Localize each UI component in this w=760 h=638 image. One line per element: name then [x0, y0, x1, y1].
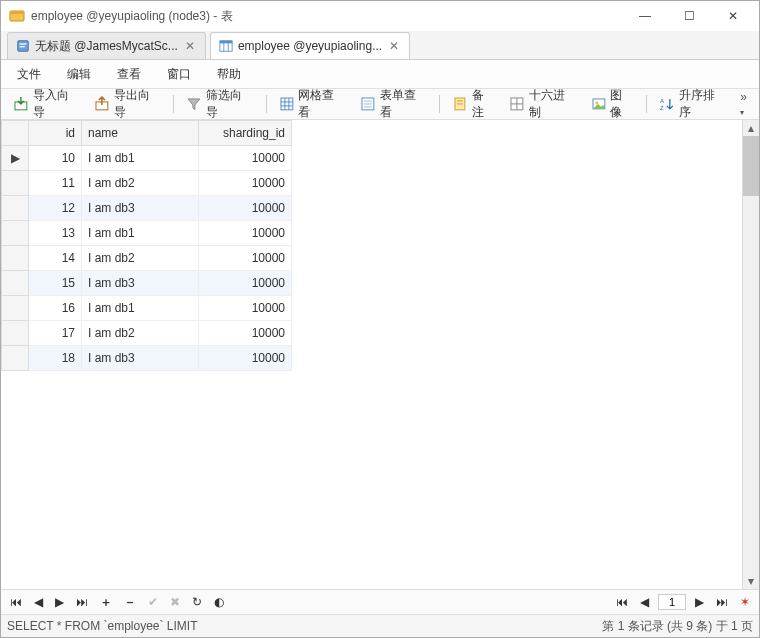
table-icon	[219, 39, 233, 53]
menu-edit[interactable]: 编辑	[57, 62, 101, 87]
tab-employee[interactable]: employee @yeyupiaoling... ✕	[210, 32, 410, 59]
stop-button[interactable]: ◐	[211, 593, 227, 611]
scroll-up-icon[interactable]: ▴	[743, 120, 759, 136]
maximize-button[interactable]: ☐	[667, 2, 711, 30]
button-label: 图像	[610, 87, 634, 121]
button-label: 表单查看	[380, 87, 427, 121]
filter-wizard-button[interactable]: 筛选向导	[180, 84, 259, 124]
minimize-button[interactable]: —	[623, 2, 667, 30]
cell-sharding-id[interactable]: 10000	[199, 221, 292, 246]
cell-id[interactable]: 11	[29, 171, 82, 196]
cell-name[interactable]: I am db2	[82, 171, 199, 196]
menu-help[interactable]: 帮助	[207, 62, 251, 87]
hex-button[interactable]: 十六进制	[503, 84, 582, 124]
settings-icon[interactable]: ✶	[737, 593, 753, 611]
export-wizard-button[interactable]: 导出向导	[88, 84, 167, 124]
row-marker[interactable]	[2, 271, 29, 296]
column-id[interactable]: id	[29, 121, 82, 146]
cell-name[interactable]: I am db1	[82, 221, 199, 246]
tab-close-icon[interactable]: ✕	[387, 39, 401, 53]
cell-sharding-id[interactable]: 10000	[199, 196, 292, 221]
first-record-button[interactable]: ⏮	[7, 593, 25, 611]
separator	[646, 95, 647, 113]
table-row[interactable]: 16I am db110000	[2, 296, 292, 321]
cell-name[interactable]: I am db3	[82, 196, 199, 221]
cell-sharding-id[interactable]: 10000	[199, 171, 292, 196]
toolbar: 导入向导 导出向导 筛选向导 网格查看 表单查看 备注 十六进制	[1, 89, 759, 120]
row-marker[interactable]	[2, 246, 29, 271]
close-button[interactable]: ✕	[711, 2, 755, 30]
tab-untitled[interactable]: 无标题 @JamesMycatSc... ✕	[7, 32, 206, 59]
tab-close-icon[interactable]: ✕	[183, 39, 197, 53]
cell-name[interactable]: I am db3	[82, 346, 199, 371]
refresh-button[interactable]: ↻	[189, 593, 205, 611]
tab-label: employee @yeyupiaoling...	[238, 39, 382, 53]
row-marker[interactable]: ▶	[2, 146, 29, 171]
cell-id[interactable]: 16	[29, 296, 82, 321]
table-row[interactable]: 17I am db210000	[2, 321, 292, 346]
cell-sharding-id[interactable]: 10000	[199, 146, 292, 171]
scroll-down-icon[interactable]: ▾	[743, 573, 759, 589]
table-row[interactable]: 11I am db210000	[2, 171, 292, 196]
table-row[interactable]: 15I am db310000	[2, 271, 292, 296]
sort-asc-button[interactable]: AZ 升序排序	[653, 84, 732, 124]
add-record-button[interactable]: ＋	[97, 592, 115, 613]
table-row[interactable]: 14I am db210000	[2, 246, 292, 271]
cell-id[interactable]: 18	[29, 346, 82, 371]
import-wizard-button[interactable]: 导入向导	[7, 84, 86, 124]
row-marker[interactable]	[2, 221, 29, 246]
first-page-button[interactable]: ⏮	[613, 593, 631, 611]
cell-id[interactable]: 14	[29, 246, 82, 271]
row-marker[interactable]	[2, 171, 29, 196]
cancel-edit-button[interactable]: ✖	[167, 593, 183, 611]
prev-record-button[interactable]: ◀	[31, 593, 46, 611]
next-record-button[interactable]: ▶	[52, 593, 67, 611]
chevron-down-icon: ▾	[740, 108, 744, 117]
next-page-button[interactable]: ▶	[692, 593, 707, 611]
image-button[interactable]: 图像	[585, 84, 640, 124]
toolbar-overflow-button[interactable]: » ▾	[734, 87, 753, 121]
memo-button[interactable]: 备注	[446, 84, 501, 124]
table-row[interactable]: 13I am db110000	[2, 221, 292, 246]
page-input[interactable]	[658, 594, 686, 610]
cell-id[interactable]: 12	[29, 196, 82, 221]
cell-id[interactable]: 10	[29, 146, 82, 171]
column-name[interactable]: name	[82, 121, 199, 146]
cell-id[interactable]: 15	[29, 271, 82, 296]
table-row[interactable]: 12I am db310000	[2, 196, 292, 221]
menu-window[interactable]: 窗口	[157, 62, 201, 87]
menu-file[interactable]: 文件	[7, 62, 51, 87]
cell-id[interactable]: 13	[29, 221, 82, 246]
column-sharding-id[interactable]: sharding_id	[199, 121, 292, 146]
table-row[interactable]: ▶10I am db110000	[2, 146, 292, 171]
last-page-button[interactable]: ⏭	[713, 593, 731, 611]
vertical-scrollbar[interactable]: ▴ ▾	[742, 120, 759, 589]
cell-sharding-id[interactable]: 10000	[199, 271, 292, 296]
data-grid[interactable]: id name sharding_id ▶10I am db11000011I …	[1, 120, 742, 589]
cell-name[interactable]: I am db1	[82, 296, 199, 321]
cell-sharding-id[interactable]: 10000	[199, 246, 292, 271]
row-marker[interactable]	[2, 346, 29, 371]
cell-id[interactable]: 17	[29, 321, 82, 346]
cell-sharding-id[interactable]: 10000	[199, 321, 292, 346]
row-header-blank[interactable]	[2, 121, 29, 146]
cell-name[interactable]: I am db2	[82, 321, 199, 346]
cell-sharding-id[interactable]: 10000	[199, 346, 292, 371]
form-view-button[interactable]: 表单查看	[354, 84, 433, 124]
hex-icon	[509, 96, 525, 112]
menu-view[interactable]: 查看	[107, 62, 151, 87]
apply-button[interactable]: ✔	[145, 593, 161, 611]
row-marker[interactable]	[2, 196, 29, 221]
cell-sharding-id[interactable]: 10000	[199, 296, 292, 321]
cell-name[interactable]: I am db1	[82, 146, 199, 171]
table-row[interactable]: 18I am db310000	[2, 346, 292, 371]
cell-name[interactable]: I am db3	[82, 271, 199, 296]
cell-name[interactable]: I am db2	[82, 246, 199, 271]
last-record-button[interactable]: ⏭	[73, 593, 91, 611]
row-marker[interactable]	[2, 296, 29, 321]
delete-record-button[interactable]: －	[121, 592, 139, 613]
prev-page-button[interactable]: ◀	[637, 593, 652, 611]
grid-view-button[interactable]: 网格查看	[273, 84, 352, 124]
row-marker[interactable]	[2, 321, 29, 346]
scroll-thumb[interactable]	[743, 136, 759, 196]
